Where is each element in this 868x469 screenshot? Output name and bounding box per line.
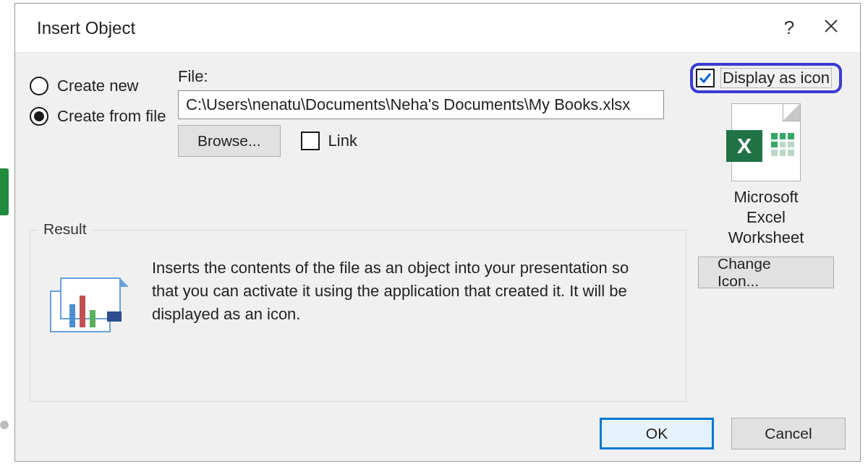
display-column: Display as icon X Microsoft Excel Worksh…: [686, 63, 846, 288]
link-checkbox-row[interactable]: Link: [301, 132, 357, 150]
excel-grid-icon: [771, 133, 794, 156]
checkbox-icon-checked: [696, 69, 715, 87]
ok-button[interactable]: OK: [600, 418, 714, 449]
close-icon: [824, 19, 838, 33]
result-text: Inserts the contents of the file as an o…: [152, 257, 658, 326]
checkmark-icon: [698, 71, 712, 85]
close-button[interactable]: [804, 19, 838, 38]
background-grey-dot: [0, 421, 9, 429]
link-label: Link: [328, 132, 357, 150]
dialog-title: Insert Object: [37, 18, 775, 38]
excel-file-icon: X: [731, 103, 801, 181]
radio-icon-unchecked: [30, 77, 48, 95]
radio-icon-checked: [30, 107, 48, 126]
result-group: Result Inserts the contents of the file …: [30, 230, 686, 402]
titlebar: Insert Object ?: [15, 4, 860, 53]
change-icon-button[interactable]: Change Icon...: [698, 257, 834, 288]
svg-rect-4: [80, 296, 85, 327]
help-button[interactable]: ?: [775, 17, 804, 39]
radio-create-from-file[interactable]: Create from file: [30, 101, 166, 132]
file-label: File:: [178, 67, 668, 86]
display-as-icon-label: Display as icon: [720, 68, 832, 88]
svg-rect-5: [90, 310, 95, 327]
background-green-strip: [0, 168, 9, 215]
cancel-button[interactable]: Cancel: [731, 418, 846, 449]
radio-label: Create from file: [57, 107, 166, 126]
insert-object-dialog: Insert Object ? Create new Create from f…: [14, 3, 861, 462]
file-section: File: Browse... Link: [178, 67, 668, 157]
checkbox-icon-unchecked: [301, 132, 320, 150]
icon-caption: Microsoft Excel Worksheet: [728, 187, 804, 248]
svg-rect-6: [107, 311, 122, 322]
svg-rect-3: [69, 304, 75, 327]
result-legend: Result: [38, 220, 93, 238]
dialog-body: Create new Create from file File: Browse…: [15, 53, 860, 461]
result-icon: [48, 274, 135, 339]
radio-label: Create new: [57, 77, 139, 95]
radio-create-new[interactable]: Create new: [30, 71, 166, 101]
svg-marker-2: [120, 278, 129, 287]
browse-button[interactable]: Browse...: [178, 125, 281, 157]
file-path-input[interactable]: [178, 90, 664, 119]
dialog-footer: OK Cancel: [600, 418, 846, 449]
display-as-icon-checkbox[interactable]: Display as icon: [690, 63, 842, 93]
excel-x-badge: X: [726, 130, 762, 162]
radio-group: Create new Create from file: [30, 71, 166, 132]
